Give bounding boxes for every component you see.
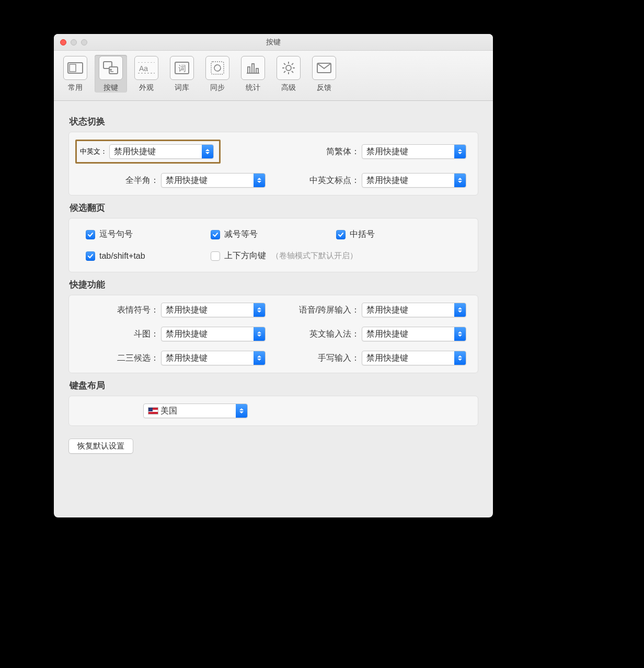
svg-rect-13 [256, 68, 258, 73]
dictionary-icon: 词 [170, 56, 194, 80]
label-english-ime: 英文输入法： [309, 329, 360, 340]
label-minus-equal: 减号等号 [224, 229, 258, 240]
gear-icon [277, 56, 301, 80]
panel-state-switch: 中英文： 禁用快捷键 简繁体： 禁用快捷键 全半角： [68, 132, 478, 195]
restore-defaults-button[interactable]: 恢复默认设置 [68, 439, 133, 454]
svg-rect-11 [248, 67, 250, 73]
tab-advanced[interactable]: 高级 [272, 55, 305, 93]
popup-emoji[interactable]: 禁用快捷键 [161, 303, 266, 317]
chevron-updown-icon [454, 174, 466, 187]
section-title-quick: 快捷功能 [70, 279, 478, 291]
popup-candidate23[interactable]: 禁用快捷键 [161, 351, 266, 365]
section-title-layout: 键盘布局 [70, 379, 478, 391]
chevron-updown-icon [454, 327, 466, 341]
chevron-updown-icon [236, 404, 247, 418]
tab-sync[interactable]: 同步 [201, 55, 234, 93]
svg-point-14 [286, 65, 291, 71]
tab-general[interactable]: 常用 [59, 55, 91, 93]
sync-icon [205, 56, 229, 80]
titlebar: 按键 [54, 34, 493, 51]
svg-text:词: 词 [178, 64, 186, 73]
panel-layout: 美国 [68, 396, 478, 426]
keys-icon [99, 56, 123, 80]
label-cn-en: 中英文： [80, 147, 107, 156]
tab-stats[interactable]: 统计 [237, 55, 269, 93]
window-title: 按键 [266, 38, 281, 47]
section-title-paging: 候选翻页 [70, 202, 478, 214]
close-window-button[interactable] [60, 39, 66, 45]
popup-doutu[interactable]: 禁用快捷键 [161, 327, 266, 341]
tab-keys[interactable]: 按键 [95, 55, 127, 93]
minimize-window-button[interactable] [71, 39, 77, 45]
tab-dictionary[interactable]: 词 词库 [166, 55, 198, 93]
chevron-updown-icon [454, 351, 466, 365]
svg-line-21 [284, 71, 285, 73]
section-title-state-switch: 状态切换 [70, 116, 478, 128]
tab-feedback[interactable]: 反馈 [308, 55, 340, 93]
appearance-icon: Aa [134, 56, 158, 80]
label-brackets: 中括号 [350, 229, 375, 240]
panel-quick: 表情符号： 禁用快捷键 语音/跨屏输入： 禁用快捷键 斗图： 禁用快捷键 [68, 295, 478, 373]
popup-trad-simp[interactable]: 禁用快捷键 [362, 144, 466, 159]
svg-line-22 [292, 63, 293, 65]
content-area: 状态切换 中英文： 禁用快捷键 简繁体： 禁用快捷键 [54, 101, 493, 466]
tab-appearance[interactable]: Aa 外观 [130, 55, 163, 93]
svg-rect-1 [70, 64, 76, 72]
chevron-updown-icon [454, 145, 466, 158]
panel-paging: 逗号句号 减号等号 中括号 tab/shift+tab 上下方向键 [68, 218, 478, 272]
zoom-window-button[interactable] [81, 39, 87, 45]
toolbar: 常用 按键 Aa 外观 词 词库 同步 [54, 51, 493, 101]
chevron-updown-icon [254, 303, 265, 317]
svg-rect-9 [211, 62, 224, 74]
svg-line-20 [292, 71, 293, 73]
preferences-window: 按键 常用 按键 Aa 外观 词 词库 [54, 34, 493, 517]
popup-full-half[interactable]: 禁用快捷键 [161, 173, 266, 188]
highlighted-cn-en-field: 中英文： 禁用快捷键 [75, 140, 221, 164]
popup-voice[interactable]: 禁用快捷键 [362, 303, 466, 317]
label-tab: tab/shift+tab [99, 251, 145, 261]
svg-line-19 [284, 63, 285, 65]
chevron-updown-icon [254, 351, 265, 365]
label-handwriting: 手写输入： [318, 353, 360, 364]
flag-us-icon [148, 407, 158, 414]
popup-handwriting[interactable]: 禁用快捷键 [362, 351, 466, 365]
envelope-icon [312, 56, 336, 80]
window-controls [60, 39, 87, 45]
hint-arrows: （卷轴模式下默认开启） [271, 251, 358, 261]
stats-icon [241, 56, 265, 80]
label-trad-simp: 简繁体： [326, 146, 360, 157]
general-icon [63, 56, 87, 80]
label-full-half: 全半角： [125, 175, 159, 186]
chevron-updown-icon [254, 327, 265, 341]
chevron-updown-icon [454, 303, 466, 317]
checkbox-comma-period[interactable] [86, 230, 95, 239]
checkbox-tab[interactable] [86, 251, 95, 261]
checkbox-minus-equal[interactable] [211, 230, 220, 239]
label-voice: 语音/跨屏输入： [299, 305, 360, 316]
label-emoji: 表情符号： [117, 305, 159, 316]
popup-punctuation[interactable]: 禁用快捷键 [362, 173, 466, 188]
label-candidate23: 二三候选： [117, 353, 159, 364]
label-comma-period: 逗号句号 [99, 229, 133, 240]
svg-rect-12 [252, 64, 254, 73]
svg-text:Aa: Aa [139, 64, 148, 73]
checkbox-arrows[interactable] [211, 251, 220, 261]
popup-english-ime[interactable]: 禁用快捷键 [362, 327, 466, 341]
label-punctuation: 中英文标点： [309, 175, 360, 186]
label-arrows: 上下方向键 [224, 250, 266, 261]
popup-cn-en[interactable]: 禁用快捷键 [109, 144, 214, 159]
popup-keyboard-layout[interactable]: 美国 [143, 404, 248, 418]
chevron-updown-icon [202, 145, 213, 158]
checkbox-brackets[interactable] [336, 230, 346, 239]
chevron-updown-icon [254, 174, 265, 187]
label-doutu: 斗图： [134, 329, 159, 340]
